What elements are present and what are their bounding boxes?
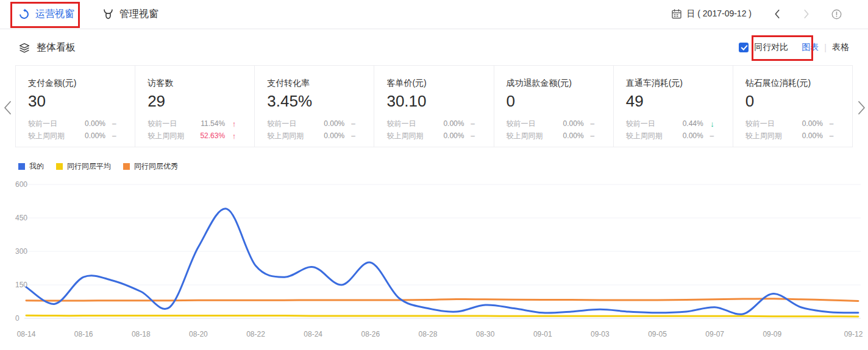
peer-compare-checkbox[interactable]: [739, 43, 749, 52]
view-toggle-chart[interactable]: 图表: [802, 42, 819, 53]
metric-card[interactable]: 客单价(元)30.10较前一日0.00%−较上周同期0.00%−: [374, 66, 494, 147]
y-axis-label: 0: [15, 314, 20, 323]
next-date-button[interactable]: [802, 9, 811, 19]
peer-compare-label: 同行对比: [754, 42, 788, 53]
x-axis-label: 09-03: [591, 330, 610, 338]
metric-card-title: 钻石展位消耗(元): [745, 78, 852, 89]
change-value: 0.00%: [324, 119, 344, 128]
date-range-label: 日 ( 2017-09-12 ): [686, 9, 752, 19]
metric-card-changes: 较前一日0.00%−较上周同期0.00%−: [745, 117, 834, 142]
x-axis-label: 08-16: [74, 330, 93, 338]
legend-item[interactable]: 同行同层平均: [56, 161, 111, 172]
layers-icon: [18, 42, 30, 54]
metric-card-value: 0: [745, 92, 852, 111]
metric-card-changes: 较前一日11.54%↑较上周同期52.63%↑: [148, 117, 236, 142]
change-value: 0.00%: [324, 131, 344, 140]
y-axis-label: 450: [15, 214, 27, 222]
metric-card-title: 支付转化率: [267, 78, 374, 89]
legend-item[interactable]: 同行同层优秀: [123, 161, 178, 172]
change-value: 0.00%: [683, 131, 703, 140]
x-axis-label: 08-26: [361, 330, 380, 338]
x-axis-label: 08-14: [17, 330, 36, 338]
board-title: 整体看板: [18, 41, 76, 54]
change-label: 较前一日: [626, 119, 683, 129]
change-label: 较前一日: [745, 119, 802, 129]
metric-card[interactable]: 成功退款金额(元)0较前一日0.00%−较上周同期0.00%−: [494, 66, 614, 147]
metric-card-title: 客单价(元): [386, 78, 493, 89]
metric-card-changes: 较前一日0.00%−较上周同期0.00%−: [507, 117, 595, 142]
view-toggle-separator: |: [824, 43, 827, 52]
board-controls: 同行对比 图表 | 表格: [739, 42, 849, 53]
metric-change-row: 较上周同期0.00%−: [386, 130, 475, 142]
change-label: 较前一日: [28, 119, 85, 129]
chart-legend: 我的同行同层平均同行同层优秀: [18, 161, 178, 172]
x-axis-label: 08-30: [476, 330, 495, 338]
series-line-peer-average: [26, 315, 858, 317]
change-label: 较上周同期: [745, 131, 802, 141]
view-toggle-table[interactable]: 表格: [832, 42, 849, 53]
metric-card-value: 30: [28, 92, 135, 111]
trend-flat-icon: −: [344, 131, 355, 141]
legend-item[interactable]: 我的: [18, 161, 44, 172]
x-axis-label: 09-12: [844, 330, 863, 338]
metric-change-row: 较前一日0.00%−: [267, 117, 355, 130]
change-value: 0.00%: [85, 131, 105, 140]
trend-flat-icon: −: [464, 131, 475, 141]
change-label: 较前一日: [386, 119, 443, 129]
metric-card-title: 直通车消耗(元): [626, 78, 733, 89]
metric-card-title: 成功退款金额(元): [507, 78, 613, 89]
change-label: 较上周同期: [267, 131, 324, 141]
legend-swatch: [123, 163, 130, 170]
metric-change-row: 较上周同期0.00%−: [267, 130, 355, 142]
trend-flat-icon: −: [344, 119, 355, 128]
info-icon[interactable]: [831, 9, 842, 20]
trend-up-icon: ↑: [225, 119, 236, 128]
tab-operations-view[interactable]: 运营视窗: [18, 0, 74, 28]
trend-flat-icon: −: [703, 131, 714, 141]
metric-change-row: 较上周同期0.00%−: [745, 130, 834, 142]
legend-swatch: [18, 163, 25, 170]
metric-card-changes: 较前一日0.00%−较上周同期0.00%−: [386, 117, 475, 142]
x-axis-label: 09-01: [533, 330, 552, 338]
metric-card-title: 访客数: [148, 78, 254, 89]
metric-card[interactable]: 钻石展位消耗(元)0较前一日0.00%−较上周同期0.00%−: [733, 66, 852, 147]
metric-change-row: 较前一日0.00%−: [507, 117, 595, 130]
change-value: 0.00%: [443, 131, 464, 140]
change-value: 52.63%: [200, 131, 225, 140]
trend-flat-icon: −: [823, 131, 834, 141]
date-picker[interactable]: 日 ( 2017-09-12 ): [671, 9, 752, 19]
cards-next-icon[interactable]: [857, 100, 867, 118]
metric-card[interactable]: 支付转化率3.45%较前一日0.00%−较上周同期0.00%−: [255, 66, 374, 147]
trend-flat-icon: −: [584, 131, 595, 141]
prev-date-button[interactable]: [772, 9, 782, 19]
change-value: 0.00%: [802, 119, 823, 128]
change-label: 较上周同期: [386, 131, 443, 141]
metric-change-row: 较前一日0.00%−: [386, 117, 475, 130]
metric-card[interactable]: 支付金额(元)30较前一日0.00%−较上周同期0.00%−: [16, 66, 135, 147]
x-axis-label: 09-05: [648, 330, 667, 338]
board-title-label: 整体看板: [37, 41, 76, 54]
trend-flat-icon: −: [464, 119, 475, 128]
change-value: 0.44%: [683, 119, 703, 128]
metric-card-changes: 较前一日0.00%−较上周同期0.00%−: [267, 117, 355, 142]
metric-change-row: 较上周同期0.00%−: [28, 130, 116, 142]
x-axis-label: 08-18: [132, 330, 151, 338]
legend-label: 同行同层平均: [67, 161, 111, 172]
tab-management-view[interactable]: 管理视窗: [102, 0, 158, 28]
metric-card[interactable]: 访客数29较前一日11.54%↑较上周同期52.63%↑: [135, 66, 255, 147]
change-label: 较前一日: [148, 119, 201, 129]
chart-canvas: 015030045060008-1408-1608-1808-2008-2208…: [0, 178, 868, 350]
metric-change-row: 较上周同期0.00%−: [507, 130, 595, 142]
trend-flat-icon: −: [105, 131, 116, 141]
management-view-icon: [102, 9, 114, 20]
metric-card[interactable]: 直通车消耗(元)49较前一日0.44%↓较上周同期0.00%−: [614, 66, 733, 147]
change-value: 0.00%: [802, 131, 823, 140]
metric-card-value: 3.45%: [267, 92, 374, 111]
topbar-right-controls: 日 ( 2017-09-12 ): [671, 0, 842, 28]
metric-change-row: 较前一日11.54%↑: [148, 117, 236, 130]
change-label: 较上周同期: [626, 131, 683, 141]
x-axis-label: 08-20: [189, 330, 208, 338]
cards-prev-icon[interactable]: [2, 100, 12, 118]
x-axis-label: 08-28: [419, 330, 438, 338]
topbar: 运营视窗 管理视窗: [0, 0, 868, 29]
